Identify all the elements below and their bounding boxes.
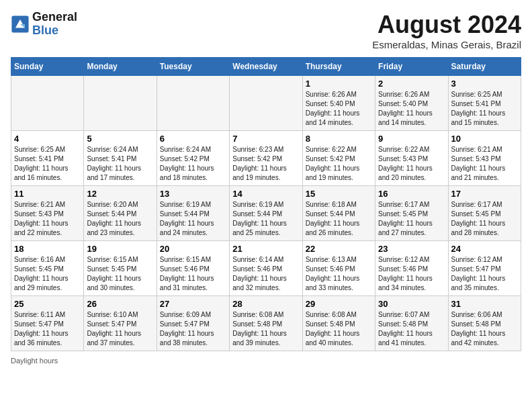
calendar-cell: 3Sunrise: 6:25 AMSunset: 5:41 PMDaylight… xyxy=(448,76,521,131)
day-number: 4 xyxy=(14,134,81,144)
calendar-cell: 6Sunrise: 6:24 AMSunset: 5:42 PMDaylight… xyxy=(157,131,229,186)
calendar-cell: 10Sunrise: 6:21 AMSunset: 5:43 PMDayligh… xyxy=(448,131,521,186)
calendar-cell: 24Sunrise: 6:12 AMSunset: 5:47 PMDayligh… xyxy=(448,241,521,296)
day-number: 1 xyxy=(306,79,372,89)
day-number: 3 xyxy=(451,79,518,89)
day-info: Sunrise: 6:24 AMSunset: 5:42 PMDaylight:… xyxy=(160,145,226,183)
header-cell-sunday: Sunday xyxy=(11,58,84,76)
header-cell-wednesday: Wednesday xyxy=(230,58,302,76)
day-info: Sunrise: 6:17 AMSunset: 5:45 PMDaylight:… xyxy=(451,200,518,238)
header-row: SundayMondayTuesdayWednesdayThursdayFrid… xyxy=(11,58,521,76)
day-info: Sunrise: 6:15 AMSunset: 5:46 PMDaylight:… xyxy=(160,255,226,293)
calendar-cell xyxy=(11,76,84,131)
day-info: Sunrise: 6:23 AMSunset: 5:42 PMDaylight:… xyxy=(232,145,299,183)
day-info: Sunrise: 6:08 AMSunset: 5:48 PMDaylight:… xyxy=(232,310,299,348)
header-cell-monday: Monday xyxy=(84,58,157,76)
day-number: 22 xyxy=(306,244,372,254)
day-info: Sunrise: 6:12 AMSunset: 5:47 PMDaylight:… xyxy=(451,255,518,293)
day-number: 9 xyxy=(378,134,445,144)
calendar-cell: 19Sunrise: 6:15 AMSunset: 5:45 PMDayligh… xyxy=(84,241,157,296)
calendar-week-2: 11Sunrise: 6:21 AMSunset: 5:43 PMDayligh… xyxy=(11,186,521,241)
day-info: Sunrise: 6:11 AMSunset: 5:47 PMDaylight:… xyxy=(14,310,81,348)
calendar-cell: 28Sunrise: 6:08 AMSunset: 5:48 PMDayligh… xyxy=(230,296,302,351)
day-info: Sunrise: 6:18 AMSunset: 5:44 PMDaylight:… xyxy=(306,200,372,238)
day-info: Sunrise: 6:15 AMSunset: 5:45 PMDaylight:… xyxy=(87,255,153,293)
day-number: 6 xyxy=(160,134,226,144)
day-number: 30 xyxy=(378,299,445,309)
day-info: Sunrise: 6:17 AMSunset: 5:45 PMDaylight:… xyxy=(378,200,445,238)
day-info: Sunrise: 6:26 AMSunset: 5:40 PMDaylight:… xyxy=(306,90,372,128)
day-number: 28 xyxy=(232,299,299,309)
header-cell-tuesday: Tuesday xyxy=(157,58,229,76)
calendar-cell: 5Sunrise: 6:24 AMSunset: 5:41 PMDaylight… xyxy=(84,131,157,186)
calendar-cell xyxy=(157,76,229,131)
day-info: Sunrise: 6:21 AMSunset: 5:43 PMDaylight:… xyxy=(451,145,518,183)
calendar-cell xyxy=(84,76,157,131)
day-number: 31 xyxy=(451,299,518,309)
subtitle: Esmeraldas, Minas Gerais, Brazil xyxy=(372,39,521,50)
header-cell-friday: Friday xyxy=(375,58,448,76)
day-info: Sunrise: 6:20 AMSunset: 5:44 PMDaylight:… xyxy=(87,200,153,238)
day-info: Sunrise: 6:26 AMSunset: 5:40 PMDaylight:… xyxy=(378,90,445,128)
header-cell-thursday: Thursday xyxy=(302,58,375,76)
day-info: Sunrise: 6:21 AMSunset: 5:43 PMDaylight:… xyxy=(14,200,81,238)
day-info: Sunrise: 6:24 AMSunset: 5:41 PMDaylight:… xyxy=(87,145,153,183)
day-number: 25 xyxy=(14,299,81,309)
logo-icon xyxy=(11,15,30,34)
calendar-week-0: 1Sunrise: 6:26 AMSunset: 5:40 PMDaylight… xyxy=(11,76,521,131)
day-number: 7 xyxy=(232,134,299,144)
day-info: Sunrise: 6:13 AMSunset: 5:46 PMDaylight:… xyxy=(306,255,372,293)
calendar-cell: 18Sunrise: 6:16 AMSunset: 5:45 PMDayligh… xyxy=(11,241,84,296)
day-info: Sunrise: 6:22 AMSunset: 5:42 PMDaylight:… xyxy=(306,145,372,183)
day-number: 8 xyxy=(306,134,372,144)
day-info: Sunrise: 6:19 AMSunset: 5:44 PMDaylight:… xyxy=(160,200,226,238)
calendar-cell: 9Sunrise: 6:22 AMSunset: 5:43 PMDaylight… xyxy=(375,131,448,186)
day-info: Sunrise: 6:08 AMSunset: 5:48 PMDaylight:… xyxy=(306,310,372,348)
main-title: August 2024 xyxy=(372,11,521,39)
day-number: 13 xyxy=(160,189,226,199)
calendar-cell: 16Sunrise: 6:17 AMSunset: 5:45 PMDayligh… xyxy=(375,186,448,241)
day-info: Sunrise: 6:09 AMSunset: 5:47 PMDaylight:… xyxy=(160,310,226,348)
day-info: Sunrise: 6:10 AMSunset: 5:47 PMDaylight:… xyxy=(87,310,153,348)
day-number: 2 xyxy=(378,79,445,89)
day-info: Sunrise: 6:07 AMSunset: 5:48 PMDaylight:… xyxy=(378,310,445,348)
day-number: 20 xyxy=(160,244,226,254)
calendar-cell: 11Sunrise: 6:21 AMSunset: 5:43 PMDayligh… xyxy=(11,186,84,241)
day-number: 19 xyxy=(87,244,153,254)
day-info: Sunrise: 6:16 AMSunset: 5:45 PMDaylight:… xyxy=(14,255,81,293)
calendar-table: SundayMondayTuesdayWednesdayThursdayFrid… xyxy=(11,57,521,351)
day-info: Sunrise: 6:14 AMSunset: 5:46 PMDaylight:… xyxy=(232,255,299,293)
day-info: Sunrise: 6:25 AMSunset: 5:41 PMDaylight:… xyxy=(451,90,518,128)
calendar-week-1: 4Sunrise: 6:25 AMSunset: 5:41 PMDaylight… xyxy=(11,131,521,186)
day-info: Sunrise: 6:22 AMSunset: 5:43 PMDaylight:… xyxy=(378,145,445,183)
day-info: Sunrise: 6:12 AMSunset: 5:46 PMDaylight:… xyxy=(378,255,445,293)
title-area: August 2024 Esmeraldas, Minas Gerais, Br… xyxy=(372,11,521,50)
calendar-cell: 20Sunrise: 6:15 AMSunset: 5:46 PMDayligh… xyxy=(157,241,229,296)
calendar-header: SundayMondayTuesdayWednesdayThursdayFrid… xyxy=(11,58,521,76)
day-number: 16 xyxy=(378,189,445,199)
day-number: 26 xyxy=(87,299,153,309)
calendar-cell: 23Sunrise: 6:12 AMSunset: 5:46 PMDayligh… xyxy=(375,241,448,296)
logo: General Blue xyxy=(11,11,77,38)
calendar-cell: 2Sunrise: 6:26 AMSunset: 5:40 PMDaylight… xyxy=(375,76,448,131)
calendar-cell xyxy=(230,76,302,131)
calendar-cell: 31Sunrise: 6:06 AMSunset: 5:48 PMDayligh… xyxy=(448,296,521,351)
calendar-cell: 25Sunrise: 6:11 AMSunset: 5:47 PMDayligh… xyxy=(11,296,84,351)
day-info: Sunrise: 6:06 AMSunset: 5:48 PMDaylight:… xyxy=(451,310,518,348)
header: General Blue August 2024 Esmeraldas, Min… xyxy=(11,11,521,50)
day-number: 11 xyxy=(14,189,81,199)
calendar-cell: 26Sunrise: 6:10 AMSunset: 5:47 PMDayligh… xyxy=(84,296,157,351)
calendar-cell: 8Sunrise: 6:22 AMSunset: 5:42 PMDaylight… xyxy=(302,131,375,186)
header-cell-saturday: Saturday xyxy=(448,58,521,76)
calendar-cell: 30Sunrise: 6:07 AMSunset: 5:48 PMDayligh… xyxy=(375,296,448,351)
calendar-week-4: 25Sunrise: 6:11 AMSunset: 5:47 PMDayligh… xyxy=(11,296,521,351)
calendar-cell: 7Sunrise: 6:23 AMSunset: 5:42 PMDaylight… xyxy=(230,131,302,186)
day-number: 17 xyxy=(451,189,518,199)
day-number: 27 xyxy=(160,299,226,309)
day-info: Sunrise: 6:25 AMSunset: 5:41 PMDaylight:… xyxy=(14,145,81,183)
calendar-cell: 29Sunrise: 6:08 AMSunset: 5:48 PMDayligh… xyxy=(302,296,375,351)
day-number: 21 xyxy=(232,244,299,254)
calendar-body: 1Sunrise: 6:26 AMSunset: 5:40 PMDaylight… xyxy=(11,76,521,351)
day-number: 24 xyxy=(451,244,518,254)
day-number: 12 xyxy=(87,189,153,199)
